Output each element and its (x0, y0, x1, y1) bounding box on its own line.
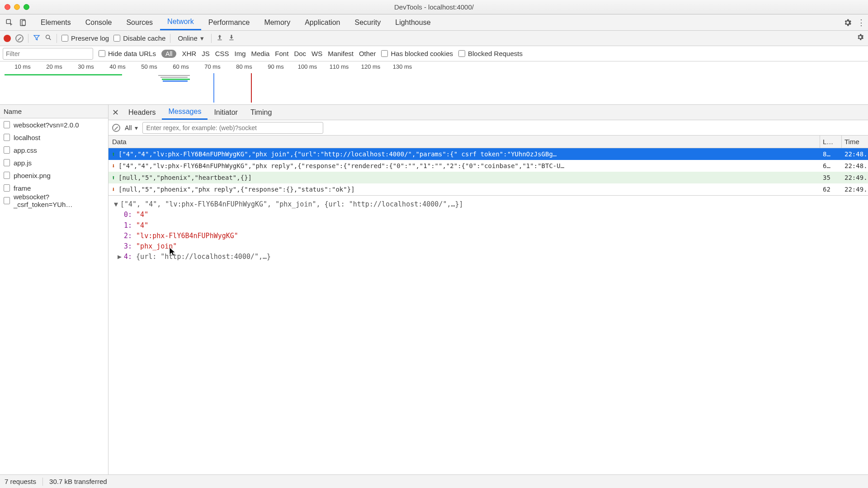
message-length: 35 (820, 174, 842, 181)
file-icon (4, 121, 10, 128)
filter-type-manifest[interactable]: Manifest (328, 50, 354, 57)
tab-security[interactable]: Security (347, 14, 388, 30)
triangle-right-icon[interactable]: ▶ (118, 252, 124, 262)
search-icon[interactable] (45, 34, 52, 43)
chevron-down-icon: ▾ (200, 34, 204, 42)
filter-type-doc[interactable]: Doc (294, 50, 306, 57)
filter-input[interactable] (3, 48, 93, 60)
messages-table-body[interactable]: ⬆["4","4","lv:phx-FlY6B4nFUPhWygKG","phx… (108, 148, 868, 195)
network-settings-icon[interactable] (856, 33, 864, 43)
tab-console[interactable]: Console (78, 14, 119, 30)
filter-type-other[interactable]: Other (359, 50, 376, 57)
record-button[interactable] (4, 35, 11, 42)
col-time[interactable]: Time (842, 136, 868, 148)
tab-elements[interactable]: Elements (33, 14, 78, 30)
detail-tab-messages[interactable]: Messages (162, 105, 208, 120)
tree-key: 2: (124, 232, 132, 240)
filter-type-css[interactable]: CSS (215, 50, 229, 57)
request-row[interactable]: localhost (0, 131, 108, 144)
clear-button[interactable] (15, 34, 24, 42)
tab-memory[interactable]: Memory (257, 14, 297, 30)
message-row[interactable]: ⬆[null,"5","phoenix","heartbeat",{}]3522… (108, 172, 868, 183)
detail-tab-timing[interactable]: Timing (244, 105, 278, 120)
message-row[interactable]: ⬇["4","4","lv:phx-FlY6B4nFUPhWygKG","phx… (108, 160, 868, 172)
timeline-tick: 60 ms (173, 63, 189, 70)
request-list[interactable]: websocket?vsn=2.0.0localhostapp.cssapp.j… (0, 118, 108, 474)
arrow-down-icon: ⬇ (108, 186, 118, 193)
request-row[interactable]: app.css (0, 144, 108, 156)
request-name: app.js (14, 159, 32, 167)
hide-data-urls-input[interactable] (99, 50, 105, 57)
download-har-icon[interactable] (228, 34, 235, 42)
message-data: [null,"5","phoenix","phx_reply",{"respon… (118, 186, 820, 193)
hide-data-urls-checkbox[interactable]: Hide data URLs (99, 50, 156, 57)
status-transferred: 30.7 kB transferred (49, 478, 107, 485)
has-blocked-cookies-checkbox[interactable]: Has blocked cookies (381, 50, 453, 57)
timeline-tick: 90 ms (268, 63, 283, 70)
clear-messages-icon[interactable] (112, 124, 120, 132)
name-column-header[interactable]: Name (0, 105, 108, 118)
close-detail-icon[interactable]: ✕ (108, 105, 122, 120)
message-length: 6… (820, 162, 842, 169)
filter-type-ws[interactable]: WS (311, 50, 322, 57)
timeline-overview[interactable]: 10 ms20 ms30 ms40 ms50 ms60 ms70 ms80 ms… (0, 61, 868, 105)
svg-point-3 (46, 35, 50, 38)
request-row[interactable]: frame (0, 182, 108, 194)
upload-har-icon[interactable] (216, 34, 223, 42)
preserve-log-checkbox[interactable]: Preserve log (61, 34, 109, 42)
disable-cache-input[interactable] (113, 35, 120, 42)
messages-filter-all[interactable]: All ▾ (125, 124, 138, 131)
filter-icon[interactable] (33, 34, 40, 43)
settings-icon[interactable] (841, 14, 854, 30)
timeline-tick: 10 ms (14, 63, 30, 70)
file-icon (4, 184, 10, 192)
throttle-select[interactable]: Online ▾ (175, 34, 206, 42)
tab-application[interactable]: Application (297, 14, 347, 30)
request-row[interactable]: app.js (0, 156, 108, 169)
disable-cache-checkbox[interactable]: Disable cache (113, 34, 165, 42)
blocked-requests-input[interactable] (458, 50, 465, 57)
filter-type-media[interactable]: Media (251, 50, 270, 57)
message-row[interactable]: ⬇[null,"5","phoenix","phx_reply",{"respo… (108, 183, 868, 195)
request-name: app.css (14, 146, 37, 154)
request-row[interactable]: phoenix.png (0, 169, 108, 182)
preserve-log-input[interactable] (61, 35, 68, 42)
tree-val: "phx_join" (136, 242, 177, 250)
filter-type-img[interactable]: Img (234, 50, 245, 57)
tab-performance[interactable]: Performance (201, 14, 257, 30)
request-row[interactable]: websocket?vsn=2.0.0 (0, 118, 108, 131)
detail-tab-headers[interactable]: Headers (122, 105, 162, 120)
detail-tab-initiator[interactable]: Initiator (208, 105, 244, 120)
filter-type-js[interactable]: JS (202, 50, 210, 57)
messages-regex-input[interactable] (142, 122, 323, 134)
col-data[interactable]: Data (108, 136, 820, 148)
has-blocked-cookies-input[interactable] (381, 50, 388, 57)
tab-sources[interactable]: Sources (119, 14, 160, 30)
tab-network[interactable]: Network (160, 14, 201, 30)
request-name: frame (14, 184, 31, 192)
message-detail-tree[interactable]: ▼["4", "4", "lv:phx-FlY6B4nFUPhWygKG", "… (108, 195, 868, 266)
messages-table-header: Data L… Time (108, 136, 868, 148)
hide-data-urls-label: Hide data URLs (108, 50, 156, 57)
filter-type-font[interactable]: Font (275, 50, 288, 57)
filter-type-all[interactable]: All (161, 50, 177, 58)
col-length[interactable]: L… (820, 136, 842, 148)
inspect-element-icon[interactable] (3, 14, 16, 30)
tree-key: 1: (124, 221, 132, 230)
message-row[interactable]: ⬆["4","4","lv:phx-FlY6B4nFUPhWygKG","phx… (108, 148, 868, 160)
status-bar: 7 requests 30.7 kB transferred (0, 474, 868, 488)
close-window-button[interactable] (5, 4, 10, 10)
zoom-window-button[interactable] (24, 4, 29, 10)
triangle-down-icon[interactable]: ▼ (114, 199, 120, 210)
tab-lighthouse[interactable]: Lighthouse (388, 14, 438, 30)
kebab-menu-icon[interactable]: ⋮ (854, 14, 868, 30)
request-row[interactable]: websocket?_csrf_token=YUh… (0, 194, 108, 207)
request-name: localhost (14, 134, 40, 141)
filter-type-xhr[interactable]: XHR (182, 50, 196, 57)
timeline-tick: 30 ms (78, 63, 94, 70)
minimize-window-button[interactable] (14, 4, 20, 10)
device-toolbar-icon[interactable] (16, 14, 30, 30)
request-name: websocket?vsn=2.0.0 (14, 121, 79, 129)
blocked-requests-checkbox[interactable]: Blocked Requests (458, 50, 523, 57)
timeline-tick: 20 ms (46, 63, 62, 70)
